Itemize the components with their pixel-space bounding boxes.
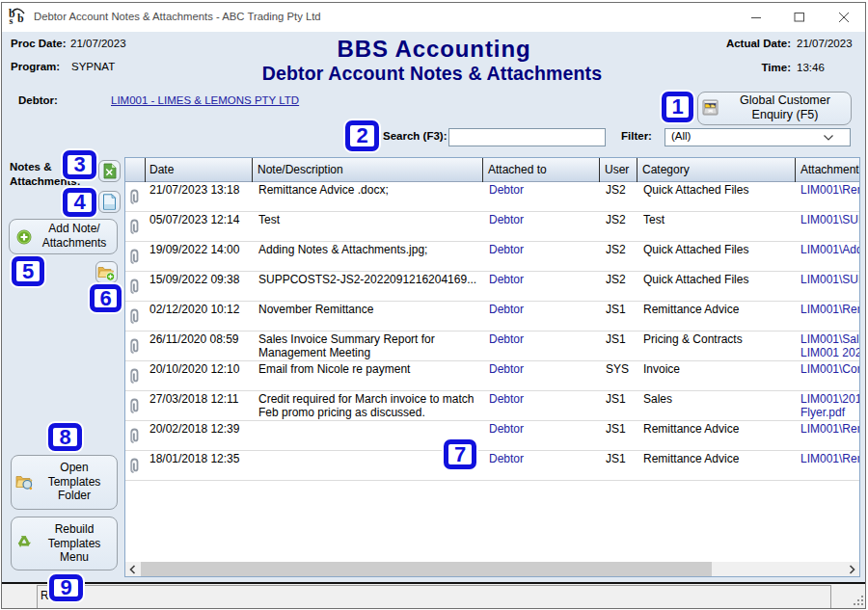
svg-text:s: s [10, 15, 14, 26]
